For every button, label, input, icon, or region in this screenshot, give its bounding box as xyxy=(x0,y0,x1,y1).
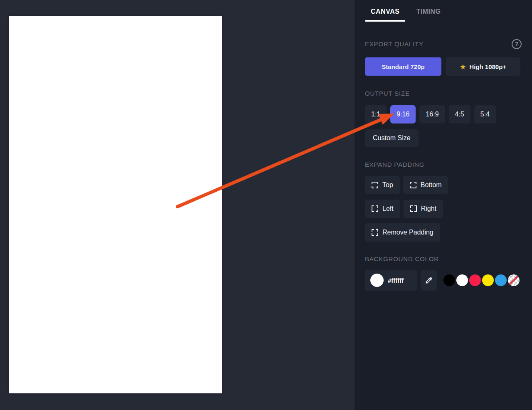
ratio-1-1-button[interactable]: 1:1 xyxy=(365,105,387,123)
swatch-red[interactable] xyxy=(469,274,481,286)
ratio-4-5-button[interactable]: 4:5 xyxy=(449,105,470,123)
ratio-row: 1:1 9:16 16:9 4:5 5:4 xyxy=(365,105,522,123)
output-size-header: OUTPUT SIZE xyxy=(365,90,522,97)
tab-timing[interactable]: TIMING xyxy=(411,0,446,23)
padding-top-label: Top xyxy=(382,181,393,189)
ratio-5-4-button[interactable]: 5:4 xyxy=(474,105,496,123)
padding-left-icon xyxy=(372,205,378,212)
tab-canvas[interactable]: CANVAS xyxy=(365,0,405,23)
no-color-slash-icon xyxy=(508,275,520,286)
padding-row-2: Left Right xyxy=(365,200,522,218)
padding-left-button[interactable]: Left xyxy=(365,200,400,218)
remove-padding-icon xyxy=(372,229,378,236)
canvas-workspace xyxy=(0,0,355,410)
padding-row-3: Remove Padding xyxy=(365,223,522,242)
background-color-header: BACKGROUND COLOR xyxy=(365,255,522,263)
swatch-yellow[interactable] xyxy=(482,274,494,286)
padding-right-icon xyxy=(410,205,417,212)
ratio-16-9-button[interactable]: 16:9 xyxy=(419,105,445,123)
current-color-button[interactable]: #ffffff xyxy=(365,270,417,291)
custom-size-button[interactable]: Custom Size xyxy=(365,129,419,147)
expand-padding-header: EXPAND PADDING xyxy=(365,161,522,168)
padding-top-icon xyxy=(372,182,378,188)
panel-content: EXPORT QUALITY ? Standard 720p ★ High 10… xyxy=(355,39,532,291)
star-icon: ★ xyxy=(460,64,466,70)
custom-size-row: Custom Size xyxy=(365,129,522,147)
padding-bottom-button[interactable]: Bottom xyxy=(403,176,448,194)
padding-right-button[interactable]: Right xyxy=(404,200,443,218)
remove-padding-button[interactable]: Remove Padding xyxy=(365,223,440,242)
padding-bottom-icon xyxy=(410,182,416,188)
swatch-blue[interactable] xyxy=(495,274,507,286)
canvas-preview[interactable] xyxy=(9,16,222,393)
padding-top-button[interactable]: Top xyxy=(365,176,400,194)
padding-right-label: Right xyxy=(421,205,436,212)
output-size-label: OUTPUT SIZE xyxy=(365,90,410,97)
background-color-label: BACKGROUND COLOR xyxy=(365,255,439,263)
swatch-list xyxy=(443,274,520,286)
high-1080p-button[interactable]: ★ High 1080p+ xyxy=(446,57,520,76)
remove-padding-label: Remove Padding xyxy=(382,229,433,236)
expand-padding-label: EXPAND PADDING xyxy=(365,161,424,168)
export-quality-header: EXPORT QUALITY ? xyxy=(365,39,522,49)
settings-panel: CANVAS TIMING EXPORT QUALITY ? Standard … xyxy=(355,0,532,410)
eyedropper-icon xyxy=(425,276,433,284)
padding-row-1: Top Bottom xyxy=(365,176,522,194)
eyedropper-button[interactable] xyxy=(421,270,437,291)
background-color-row: #ffffff xyxy=(365,270,522,291)
padding-left-label: Left xyxy=(382,205,394,212)
panel-tabbar: CANVAS TIMING xyxy=(355,0,532,23)
swatch-black[interactable] xyxy=(443,274,455,286)
export-quality-label: EXPORT QUALITY xyxy=(365,40,424,48)
hex-value-label: #ffffff xyxy=(388,277,404,284)
swatch-white[interactable] xyxy=(456,274,468,286)
current-color-swatch xyxy=(370,274,384,287)
swatch-transparent[interactable] xyxy=(508,274,520,286)
quality-row: Standard 720p ★ High 1080p+ xyxy=(365,57,522,76)
high-1080p-label: High 1080p+ xyxy=(469,63,506,70)
padding-bottom-label: Bottom xyxy=(421,181,442,189)
app-root: CANVAS TIMING EXPORT QUALITY ? Standard … xyxy=(0,0,532,410)
standard-720p-button[interactable]: Standard 720p xyxy=(365,57,441,76)
ratio-9-16-button[interactable]: 9:16 xyxy=(390,105,416,123)
help-icon[interactable]: ? xyxy=(512,39,522,49)
